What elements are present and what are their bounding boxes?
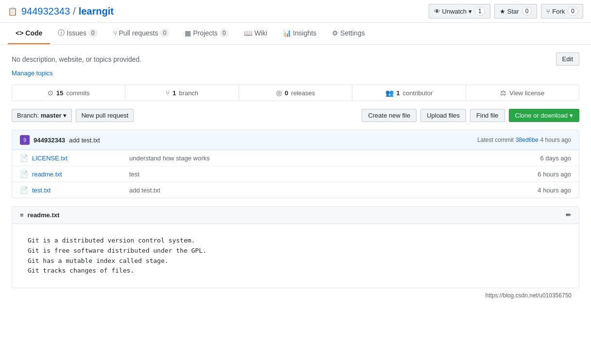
repo-icon: 📋 [8, 7, 17, 16]
commit-header-left: 9 944932343 add test.txt [20, 135, 100, 145]
settings-tab-label: Settings [340, 29, 365, 37]
avatar-initial: 9 [23, 138, 26, 143]
branch-label: Branch: [17, 112, 39, 119]
watch-button[interactable]: 👁 Unwatch ▾ 1 [429, 4, 490, 18]
table-row: 📄 readme.txt test 6 hours ago [12, 166, 579, 182]
fork-count: 0 [568, 7, 578, 16]
edit-readme-icon[interactable]: ✏ [566, 211, 571, 219]
readme-title: readme.txt [28, 211, 60, 219]
committer-name[interactable]: 944932343 [34, 137, 65, 144]
branch-dropdown-icon: ▾ [63, 112, 67, 119]
fork-icon: ⑂ [546, 8, 550, 15]
wiki-tab-icon: 📖 [244, 29, 252, 37]
table-row: 📄 LICENSE.txt understand how stage works… [12, 150, 579, 166]
file-toolbar-inner: Branch: master ▾ New pull request Create… [12, 109, 579, 122]
branch-selector[interactable]: Branch: master ▾ [12, 109, 72, 122]
footer-url: https://blog.csdn.net/u010356750 [12, 288, 579, 303]
repo-separator: / [73, 6, 76, 17]
watch-label: Unwatch [442, 8, 467, 15]
wiki-tab-label: Wiki [254, 29, 267, 37]
file-icon: 📄 [20, 186, 28, 194]
commit-header: 9 944932343 add test.txt Latest commit 3… [12, 130, 579, 150]
tab-settings[interactable]: ⚙ Settings [324, 23, 373, 44]
watch-count: 1 [475, 7, 485, 16]
repo-owner-link[interactable]: 944932343 [21, 6, 70, 17]
pr-tab-label: Pull requests [119, 29, 158, 37]
issues-tab-count: 0 [88, 29, 98, 37]
edit-button[interactable]: Edit [556, 52, 579, 66]
issues-tab-icon: ⓘ [58, 29, 65, 37]
readme-header: ≡ readme.txt ✏ [12, 207, 579, 224]
branches-stat[interactable]: ⑂ 1 branch [125, 85, 239, 101]
readme-section: ≡ readme.txt ✏ Git is a distributed vers… [12, 206, 579, 288]
releases-stat[interactable]: ◎ 0 releases [239, 85, 352, 101]
license-label: View license [509, 89, 544, 97]
file-name-link[interactable]: test.txt [32, 187, 129, 194]
pr-tab-count: 0 [160, 29, 169, 37]
find-file-button[interactable]: Find file [470, 109, 505, 122]
commit-sha-link[interactable]: 38ed6be [516, 137, 539, 143]
file-time: 4 hours ago [498, 187, 571, 194]
watch-dropdown-icon: ▾ [469, 8, 472, 15]
description-text: No description, website, or topics provi… [12, 55, 141, 63]
projects-tab-icon: ▦ [185, 29, 191, 37]
commits-stat[interactable]: ⊙ 15 commits [12, 85, 125, 101]
contributors-stat[interactable]: 👥 1 contributor [352, 85, 466, 101]
tab-issues[interactable]: ⓘ Issues 0 [50, 23, 105, 44]
toolbar-left: Branch: master ▾ New pull request [12, 109, 134, 122]
commit-message[interactable]: add test.txt [69, 137, 100, 144]
eye-icon: 👁 [434, 8, 440, 15]
insights-tab-icon: 📊 [283, 29, 291, 37]
clone-dropdown-icon: ▾ [570, 112, 573, 119]
tab-projects[interactable]: ▦ Projects 0 [177, 23, 236, 44]
star-label: Star [507, 8, 519, 15]
repo-description: No description, website, or topics provi… [12, 52, 579, 66]
file-name-link[interactable]: readme.txt [32, 171, 129, 178]
file-toolbar: Branch: master ▾ New pull request Create… [12, 109, 579, 122]
file-commit-msg: test [129, 171, 498, 178]
branches-count: 1 [173, 89, 176, 97]
license-stat[interactable]: ⚖ View license [466, 85, 579, 101]
star-count: 0 [522, 7, 532, 16]
star-button[interactable]: ★ Star 0 [494, 4, 538, 18]
tab-insights[interactable]: 📊 Insights [275, 23, 324, 44]
commits-label: commits [66, 89, 89, 97]
footer-url-text: https://blog.csdn.net/u010356750 [486, 292, 572, 299]
readme-text: Git is a distributed version control sys… [28, 236, 563, 276]
commit-time: 4 hours ago [540, 137, 571, 143]
clone-or-download-button[interactable]: Clone or download ▾ [509, 109, 579, 122]
file-time: 6 hours ago [498, 171, 571, 178]
releases-count: 0 [285, 89, 288, 97]
repo-name-link[interactable]: learngit [79, 6, 114, 17]
contributors-label: contributor [403, 89, 433, 97]
tab-wiki[interactable]: 📖 Wiki [236, 23, 275, 44]
releases-icon: ◎ [276, 89, 282, 97]
license-icon: ⚖ [500, 89, 506, 97]
file-icon: 📄 [20, 154, 28, 162]
file-commit-msg: add test.txt [129, 187, 498, 194]
tab-pull-requests[interactable]: ⑂ Pull requests 0 [105, 23, 177, 44]
tab-code[interactable]: <> Code [8, 23, 50, 44]
commit-header-right: Latest commit 38ed6be 4 hours ago [477, 137, 571, 143]
settings-tab-icon: ⚙ [332, 29, 338, 37]
fork-label: Fork [552, 8, 565, 15]
code-tab-icon: <> [16, 29, 23, 37]
branch-name: master [41, 112, 62, 119]
file-name-link[interactable]: LICENSE.txt [32, 155, 129, 162]
contributors-icon: 👥 [385, 89, 394, 97]
clone-label: Clone or download [515, 112, 568, 119]
issues-tab-label: Issues [67, 29, 86, 37]
manage-topics-link[interactable]: Manage topics [12, 69, 579, 77]
latest-commit-label: Latest commit [477, 137, 514, 143]
insights-tab-label: Insights [293, 29, 316, 37]
readme-icon: ≡ [20, 211, 24, 219]
fork-button[interactable]: ⑂ Fork 0 [541, 4, 583, 18]
projects-tab-count: 0 [220, 29, 229, 37]
upload-files-button[interactable]: Upload files [420, 109, 466, 122]
new-pull-request-button[interactable]: New pull request [76, 109, 134, 122]
main-content: No description, website, or topics provi… [4, 45, 587, 311]
stats-bar: ⊙ 15 commits ⑂ 1 branch ◎ 0 releases 👥 1… [12, 85, 579, 101]
table-row: 📄 test.txt add test.txt 4 hours ago [12, 182, 579, 198]
create-new-file-button[interactable]: Create new file [362, 109, 417, 122]
header-actions: 👁 Unwatch ▾ 1 ★ Star 0 ⑂ Fork 0 [429, 4, 583, 18]
